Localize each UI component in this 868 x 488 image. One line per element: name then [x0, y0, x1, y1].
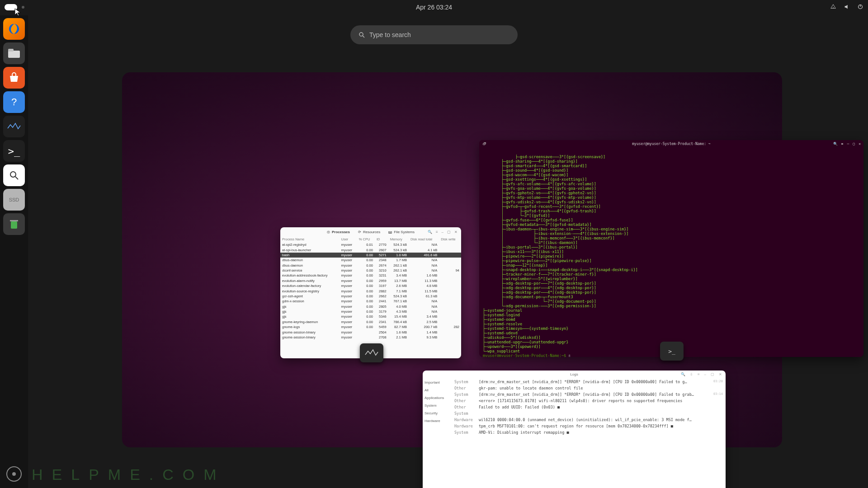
- tab-filesystems[interactable]: 🖴 File Systems: [388, 230, 415, 234]
- table-row[interactable]: dconf-servicemyuser0.003210262.1 kBN/A94: [280, 268, 461, 273]
- svg-point-0: [833, 7, 834, 8]
- table-row[interactable]: bashmyuser0.0052711.0 MB491.6 kB: [280, 253, 461, 258]
- search-placeholder: Type to search: [369, 31, 411, 38]
- logs-sidebar: ImportantAllApplicationsSystemSecurityHa…: [423, 378, 452, 488]
- activities-button[interactable]: [5, 4, 17, 10]
- svg-rect-8: [11, 221, 17, 229]
- terminal-search-icon[interactable]: 🔍: [833, 142, 838, 146]
- table-row[interactable]: evolution-source-registrymyuser0.0028827…: [280, 288, 461, 293]
- watermark: HELPME.COM: [32, 466, 226, 483]
- table-row[interactable]: dbus-daemonmyuser0.0023481.7 MBN/A: [280, 258, 461, 263]
- logs-menu-icon[interactable]: ≡: [698, 372, 700, 376]
- table-row[interactable]: evolution-addressbook-factorymyuser0.003…: [280, 273, 461, 278]
- dock: ? >_ SSD: [0, 15, 28, 488]
- logs-category[interactable]: System: [425, 404, 450, 408]
- log-row[interactable]: OtherFailed to add UUID: Failed (0x03) ■: [454, 405, 723, 409]
- sysmon-close-icon[interactable]: ✕: [454, 230, 458, 234]
- search-icon: [359, 32, 365, 38]
- dock-trash[interactable]: [3, 213, 25, 235]
- workspace-dot: [22, 6, 24, 9]
- tab-processes[interactable]: ◎ Processes: [327, 230, 350, 234]
- logs-category[interactable]: Hardware: [425, 419, 450, 423]
- table-row[interactable]: at-spi-bus-launchermyuser0.002607524.3 k…: [280, 247, 461, 252]
- table-row[interactable]: gjsmyuser0.0031794.3 MBN/A: [280, 309, 461, 314]
- window-terminal[interactable]: 🗗 myuser@myuser-System-Product-Name: ~ 🔍…: [479, 140, 863, 357]
- col-header[interactable]: ID: [375, 236, 388, 242]
- col-header[interactable]: User: [340, 236, 357, 242]
- sysmon-search-icon[interactable]: 🔍: [428, 230, 432, 234]
- col-header[interactable]: Memory: [388, 236, 409, 242]
- window-system-monitor[interactable]: ◎ Processes ⟳ Resources 🖴 File Systems 🔍…: [280, 227, 461, 358]
- terminal-maximize-icon[interactable]: ▢: [853, 142, 855, 146]
- logs-category[interactable]: Important: [425, 380, 450, 385]
- terminal-title: myuser@myuser-System-Product-Name: ~: [632, 142, 710, 146]
- window-logs[interactable]: Logs 🔍 ⇩ ≡ – ▢ ✕ ImportantAllApplication…: [423, 371, 726, 488]
- log-row[interactable]: Hardwarewil6210 0000:04:00.0 (unnamed ne…: [454, 418, 723, 422]
- logs-minimize-icon[interactable]: –: [704, 372, 706, 376]
- top-bar: Apr 26 03:24: [0, 0, 868, 14]
- dock-logs[interactable]: [3, 164, 25, 186]
- logs-category[interactable]: Applications: [425, 396, 450, 400]
- show-apps-button[interactable]: [6, 466, 22, 482]
- table-row[interactable]: at-spi2-registrydmyuser0.012770524.3 kBN…: [280, 242, 461, 247]
- table-row[interactable]: gnome-session-binarymyuser25041.6 MB1.4 …: [280, 329, 461, 334]
- svg-point-10: [359, 33, 363, 36]
- log-row[interactable]: Hardwaretpm_crb MSFT0101:00: can't reque…: [454, 424, 723, 428]
- dock-software-store[interactable]: [3, 67, 25, 89]
- col-header[interactable]: Process Name: [280, 236, 340, 242]
- dock-disk[interactable]: SSD: [3, 189, 25, 211]
- table-row[interactable]: evolution-calendar-factorymyuser0.003197…: [280, 283, 461, 288]
- svg-rect-4: [8, 51, 20, 58]
- dock-files[interactable]: [3, 42, 25, 64]
- log-row[interactable]: System[drm:nv_drm_master_set [nvidia_drm…: [454, 380, 723, 384]
- dock-help[interactable]: ?: [3, 91, 25, 113]
- col-header[interactable]: Disk read total: [409, 236, 439, 242]
- terminal-close-icon[interactable]: ✕: [859, 142, 861, 146]
- power-icon[interactable]: [857, 4, 863, 11]
- table-row[interactable]: gjsmyuser0.0028054.0 MBN/A: [280, 304, 461, 309]
- table-row[interactable]: gnome-logsmyuser0.00545982.7 MB200.7 kB2…: [280, 324, 461, 329]
- table-row[interactable]: gdm-x-sessionmyuser0.002441767.1 kBN/A: [280, 299, 461, 304]
- sysmon-maximize-icon[interactable]: ▢: [447, 230, 451, 234]
- logs-category[interactable]: All: [425, 388, 450, 392]
- table-row[interactable]: gcr-ssh-agentmyuser0.002662524.3 kB61.3 …: [280, 294, 461, 299]
- process-table: Process NameUser% CPUIDMemoryDisk read t…: [280, 236, 461, 340]
- logs-title: Logs: [570, 372, 578, 376]
- log-row[interactable]: Other<error> [1714115673.0178] wifi-nl80…: [454, 399, 723, 403]
- tab-resources[interactable]: ⟳ Resources: [358, 230, 380, 234]
- terminal-menu-icon[interactable]: ≡: [841, 142, 844, 146]
- table-row[interactable]: gnome-keyring-daemonmyuser0.002341786.4 …: [280, 319, 461, 324]
- logs-close-icon[interactable]: ✕: [719, 372, 722, 376]
- terminal-new-tab-icon[interactable]: 🗗: [483, 142, 486, 146]
- col-header[interactable]: % CPU: [357, 236, 375, 242]
- log-row[interactable]: Othergkr-pam: unable to locate daemon co…: [454, 386, 723, 390]
- log-row[interactable]: System[drm:nv_drm_master_set [nvidia_drm…: [454, 392, 723, 397]
- workspace-overview[interactable]: ◎ Processes ⟳ Resources 🖴 File Systems 🔍…: [122, 72, 782, 447]
- logs-entries: System[drm:nv_drm_master_set [nvidia_drm…: [452, 378, 726, 488]
- sysmon-minimize-icon[interactable]: –: [442, 230, 443, 234]
- table-row[interactable]: dbus-daemonmyuser0.002674262.1 kBN/A: [280, 263, 461, 268]
- dock-terminal[interactable]: >_: [3, 140, 25, 162]
- sysmon-tabs: ◎ Processes ⟳ Resources 🖴 File Systems 🔍…: [280, 227, 461, 236]
- network-icon[interactable]: [830, 4, 836, 11]
- log-row[interactable]: System: [454, 411, 723, 416]
- svg-point-6: [10, 172, 16, 177]
- svg-line-11: [363, 36, 364, 38]
- table-row[interactable]: gjsmyuser0.00534615.4 MB3.4 MB: [280, 314, 461, 319]
- logs-search-icon[interactable]: 🔍: [681, 372, 685, 376]
- col-header[interactable]: Disk write: [439, 236, 461, 242]
- logs-category[interactable]: Security: [425, 411, 450, 415]
- dock-system-monitor[interactable]: [3, 116, 25, 137]
- table-row[interactable]: gnome-session-binarymyuser27082.1 MB9.3 …: [280, 335, 461, 340]
- volume-icon[interactable]: [844, 4, 850, 11]
- terminal-output: ├─gsd-screensave───3*[{gsd-screensave}] …: [479, 148, 863, 357]
- dock-firefox[interactable]: [3, 18, 25, 40]
- terminal-minimize-icon[interactable]: –: [847, 142, 849, 146]
- logs-maximize-icon[interactable]: ▢: [711, 372, 714, 376]
- sysmon-menu-icon[interactable]: ≡: [436, 230, 438, 234]
- logs-export-icon[interactable]: ⇩: [690, 372, 693, 376]
- overview-search[interactable]: Type to search: [350, 25, 518, 44]
- clock[interactable]: Apr 26 03:24: [416, 4, 452, 11]
- log-row[interactable]: SystemAMD-Vi: Disabling interrupt remapp…: [454, 430, 723, 435]
- table-row[interactable]: evolution-alarm-notifymyuser0.00295913.7…: [280, 278, 461, 283]
